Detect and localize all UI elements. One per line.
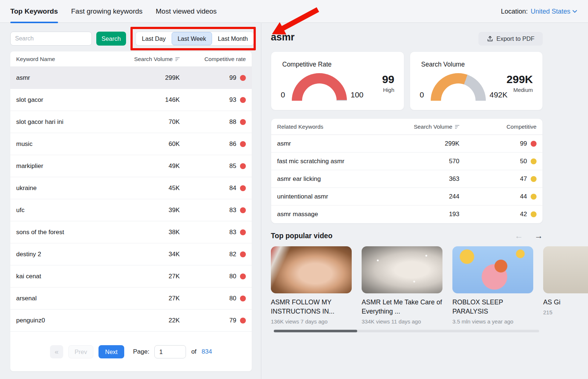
keyword-cell: sons of the forest xyxy=(16,229,110,236)
table-row[interactable]: asmr ear licking36347 xyxy=(271,170,542,188)
video-thumbnail[interactable] xyxy=(543,246,588,293)
competitive-rate-dot xyxy=(240,163,246,169)
video-thumbnail[interactable] xyxy=(271,246,352,293)
video-card[interactable]: ASMR Let Me Take Care of Everything ...3… xyxy=(362,246,442,325)
table-row[interactable]: asmr299K99 xyxy=(10,67,252,89)
gauge-max-label: 100 xyxy=(351,90,363,99)
table-row[interactable]: ukraine45K84 xyxy=(10,177,252,199)
rate-cell: 82 xyxy=(180,251,246,258)
time-filter-last-week[interactable]: Last Week xyxy=(172,32,212,45)
keyword-cell: slot gacor hari ini xyxy=(16,118,110,126)
video-thumbnail[interactable] xyxy=(362,246,442,293)
volume-cell: 193 xyxy=(379,211,459,218)
rate-value: 85 xyxy=(229,162,236,170)
column-search-volume[interactable]: Search Volume xyxy=(379,124,459,130)
carousel-next-icon[interactable]: → xyxy=(534,231,543,241)
gauge-max-label: 492K xyxy=(490,90,508,99)
volume-cell: 27K xyxy=(110,273,180,280)
total-pages-link[interactable]: 834 xyxy=(202,348,212,355)
table-row[interactable]: unintentional asmr24444 xyxy=(271,188,542,205)
video-card[interactable]: ASMR FOLLOW MY INSTRUCTIONS IN...136K vi… xyxy=(271,246,352,325)
rate-cell: 88 xyxy=(180,118,246,126)
rate-cell: 80 xyxy=(180,273,246,280)
competitive-rate-dot xyxy=(531,176,537,182)
tab-fast-growing-keywords[interactable]: Fast growing keywords xyxy=(71,0,143,23)
carousel-scrollbar-thumb[interactable] xyxy=(274,330,357,332)
rate-cell: 86 xyxy=(180,140,246,148)
video-card[interactable]: ROBLOX SLEEP PARALYSIS3.5 mln views a ye… xyxy=(452,246,533,325)
export-to-pdf-button[interactable]: Export to PDF xyxy=(478,32,543,46)
table-row[interactable]: fast mic scratching asmr57050 xyxy=(271,153,542,170)
table-row[interactable]: slot gacor hari ini70K88 xyxy=(10,111,252,133)
volume-cell: 244 xyxy=(379,193,459,200)
rate-value: 86 xyxy=(229,140,236,148)
first-page-button[interactable]: « xyxy=(50,345,63,358)
tab-most-viewed-videos[interactable]: Most viewed videos xyxy=(156,0,217,23)
search-input[interactable] xyxy=(10,32,92,46)
rate-cell: 44 xyxy=(459,193,537,200)
volume-cell: 22K xyxy=(110,317,180,324)
video-meta: 136K views 7 days ago xyxy=(271,318,352,325)
time-filter-last-month[interactable]: Last Month xyxy=(212,32,254,45)
gauge-level: Medium xyxy=(506,87,533,93)
location-dropdown[interactable]: United States xyxy=(531,8,577,15)
video-card[interactable]: AS Gi215 xyxy=(543,246,588,325)
related-table-body: asmr299K99fast mic scratching asmr57050a… xyxy=(271,135,542,223)
keyword-cell: unintentional asmr xyxy=(277,193,379,200)
carousel-controls: ← → xyxy=(514,231,543,241)
export-icon xyxy=(487,36,493,42)
table-row[interactable]: penguinz022K79 xyxy=(10,310,252,332)
table-row[interactable]: markiplier49K85 xyxy=(10,155,252,177)
rate-value: 82 xyxy=(229,251,236,258)
location-label: Location: xyxy=(501,8,528,15)
next-page-button[interactable]: Next xyxy=(98,345,124,358)
table-row[interactable]: sons of the forest38K83 xyxy=(10,221,252,243)
table-row[interactable]: ufc39K83 xyxy=(10,199,252,221)
sort-icon[interactable] xyxy=(455,125,459,129)
rate-cell: 99 xyxy=(180,74,246,82)
carousel-scrollbar-track[interactable] xyxy=(274,330,539,332)
table-row[interactable]: slot gacor146K93 xyxy=(10,89,252,111)
volume-cell: 299K xyxy=(110,74,180,82)
tab-top-keywords[interactable]: Top Keywords xyxy=(10,0,58,23)
top-navigation-bar: Top KeywordsFast growing keywordsMost vi… xyxy=(0,0,588,23)
table-row[interactable]: music60K86 xyxy=(10,133,252,155)
chevron-down-icon xyxy=(573,10,577,13)
video-meta: 3.5 mln views a year ago xyxy=(452,318,533,325)
related-table-header: Related Keywords Search Volume Competiti… xyxy=(271,119,542,135)
rate-cell: 83 xyxy=(180,207,246,214)
page-number-input[interactable] xyxy=(154,345,186,358)
gauge-value: 99 xyxy=(382,73,394,85)
sort-icon[interactable] xyxy=(175,57,180,61)
competitive-rate-dot xyxy=(240,97,246,103)
rate-value: 42 xyxy=(520,211,527,218)
table-row[interactable]: asmr299K99 xyxy=(271,135,542,153)
volume-cell: 27K xyxy=(110,295,180,302)
table-row[interactable]: kai cenat27K80 xyxy=(10,265,252,287)
column-search-volume[interactable]: Search Volume xyxy=(110,56,180,62)
volume-cell: 299K xyxy=(379,140,459,147)
keyword-cell: markiplier xyxy=(16,162,110,170)
time-range-segmented-control: Last DayLast WeekLast Month xyxy=(136,32,254,46)
of-label: of xyxy=(191,348,196,355)
keyword-analytics-page: Top KeywordsFast growing keywordsMost vi… xyxy=(0,0,588,379)
video-title: ASMR FOLLOW MY INSTRUCTIONS IN... xyxy=(271,298,352,316)
gauge-level: High xyxy=(382,87,394,93)
volume-cell: 363 xyxy=(379,175,459,183)
keyword-cell: arsenal xyxy=(16,295,110,302)
rate-cell: 79 xyxy=(180,317,246,324)
search-volume-card: Search Volume 0 492K 299K Medium xyxy=(410,51,543,110)
vertical-divider xyxy=(261,23,261,379)
rate-value: 80 xyxy=(229,273,236,280)
column-competitive-rate: Competitive rate xyxy=(180,56,246,62)
carousel-prev-icon[interactable]: ← xyxy=(514,231,523,241)
search-button[interactable]: Search xyxy=(96,32,126,46)
table-row[interactable]: arsenal27K80 xyxy=(10,287,252,310)
table-row[interactable]: asmr massage19342 xyxy=(271,205,542,223)
prev-page-button[interactable]: Prev xyxy=(68,345,93,358)
table-row[interactable]: destiny 234K82 xyxy=(10,243,252,265)
video-thumbnail[interactable] xyxy=(452,246,533,293)
rate-cell: 93 xyxy=(180,96,246,104)
keyword-cell: penguinz0 xyxy=(16,317,110,324)
time-filter-last-day[interactable]: Last Day xyxy=(136,32,172,45)
